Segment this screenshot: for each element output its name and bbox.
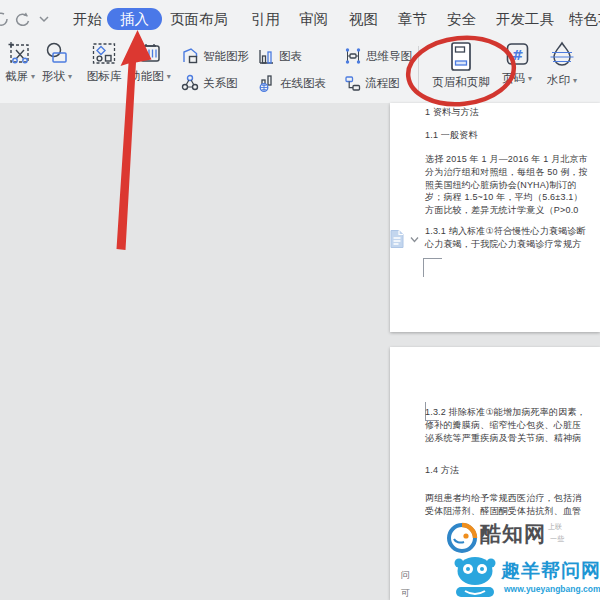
function-diagram-label: 功能图 [129,70,164,82]
watermark-button[interactable]: 水印 ▾ [542,41,582,88]
doc-text-line: 选择 2015 年 1 月—2016 年 1 月北京市 [425,153,588,166]
tab-security[interactable]: 安全 [447,0,476,38]
chevron-down-icon: ▾ [68,72,72,81]
chart-icon [258,48,275,65]
page-number-button[interactable]: # 页码 ▾ [500,41,534,86]
tab-page-layout[interactable]: 页面布局 [170,0,228,38]
tab-developer[interactable]: 开发工具 [496,0,554,38]
redo-icon[interactable] [13,0,31,38]
clipped-doc-char: 问 [401,569,410,582]
doc-text-line: 方面比较，差异无统计学意义（P>0.0 [425,204,579,217]
doc-heading: 1.4 方法 [425,464,459,477]
online-chart-button[interactable]: 在线图表 [258,72,326,94]
doc-heading: 1.1 一般资料 [425,129,478,142]
yueyangbang-url: www.yueyangbang.com [504,584,600,594]
chevron-down-icon: ▾ [167,72,171,81]
header-footer-icon [446,41,476,74]
screenshot-button[interactable]: 截屏 ▾ [0,41,40,84]
yueyangbang-logo-icon [451,552,499,599]
document-canvas[interactable]: 1 资料与方法 1.1 一般资料 选择 2015 年 1 月—2016 年 1 … [0,103,600,600]
icon-library-icon [91,41,117,68]
doc-text-line: 两组患者均给予常规西医治疗，包括消 [425,492,581,505]
kuzhi-slogan-line2: 一些 [550,534,564,544]
online-chart-icon [258,74,276,92]
smart-graphics-button[interactable]: 智能图形 [181,45,249,67]
tab-section[interactable]: 章节 [398,0,427,38]
relationship-label: 关系图 [203,76,238,91]
tab-home[interactable]: 开始 [73,0,102,38]
kuzhi-logo-icon [445,521,479,555]
menu-bar: 开始 插入 页面布局 引用 审阅 视图 章节 安全 开发工具 特色功能 [0,0,600,38]
mind-map-icon [344,47,362,65]
undo-icon[interactable] [0,0,8,38]
tab-references[interactable]: 引用 [251,0,280,38]
tab-features[interactable]: 特色功能 [569,0,600,38]
tab-view[interactable]: 视图 [349,0,378,38]
kuzhi-watermark-text: 酷知网 [480,520,546,548]
document-page-2[interactable]: 1.3.2 排除标准①能增加病死率的因素， 修补的瓣膜病、缩窄性心包炎、心脏压 … [390,347,600,600]
tab-insert[interactable]: 插入 [107,8,162,30]
header-footer-button[interactable]: 页眉和页脚 [424,41,498,90]
flowchart-icon [344,75,361,92]
doc-text-line: 分为治疗组和对照组，每组各 50 例，按 [425,166,588,179]
paste-options-widget[interactable] [388,229,419,249]
page-number-icon: # [504,41,531,70]
screenshot-icon [7,41,33,68]
mind-map-button[interactable]: 思维导图 [344,45,412,67]
ribbon-separator [418,46,419,96]
doc-text-line: 修补的瓣膜病、缩窄性心包炎、心脏压 [425,419,581,432]
kuzhi-slogan-line1: 上联 [548,522,562,532]
doc-text-line: 受体阻滞剂、醛固酮受体拮抗剂、血管 [425,505,581,518]
chevron-down-icon: ▾ [573,76,577,85]
doc-text-line: 岁；病程 1.5~10 年，平均（5.6±3.1） [425,191,583,204]
flowchart-button[interactable]: 流程图 [344,72,400,94]
document-page-1[interactable]: 1 资料与方法 1.1 一般资料 选择 2015 年 1 月—2016 年 1 … [390,103,600,332]
flowchart-label: 流程图 [365,76,400,91]
header-footer-label: 页眉和页脚 [432,76,490,88]
mind-map-label: 思维导图 [366,49,412,64]
watermark-icon [548,41,576,72]
watermark-label: 水印 [547,74,570,86]
doc-text-line: 泌系统等严重疾病及骨关节病、精神病 [425,432,581,445]
function-diagram-icon [136,41,164,68]
text-boundary-corner-mark [423,258,442,277]
shapes-label: 形状 [42,70,65,82]
ribbon-toolbar: 截屏 ▾ 形状 ▾ 图标库 [0,38,600,104]
chevron-down-icon: ▾ [528,74,532,83]
chevron-down-icon: ▾ [31,72,35,81]
relationship-icon [181,74,199,92]
screenshot-label: 截屏 [5,70,28,82]
clipped-doc-char: 可 [401,587,410,600]
chart-button[interactable]: 图表 [258,45,302,67]
smart-graphics-label: 智能图形 [203,49,249,64]
doc-text-line: 1.3.2 排除标准①能增加病死率的因素， [425,406,586,419]
customize-toolbar-chevron-icon[interactable] [38,0,50,38]
doc-text-line: 1.3.1 纳入标准①符合慢性心力衰竭诊断 [425,225,586,238]
function-diagram-button[interactable]: 功能图 ▾ [126,41,174,84]
relationship-button[interactable]: 关系图 [181,72,238,94]
page-number-label: 页码 [502,72,525,84]
doc-text-line: 照美国纽约心脏病协会(NYHA)制订的 [425,179,577,192]
tab-review[interactable]: 审阅 [299,0,328,38]
icon-library-label: 图标库 [87,70,122,82]
chart-label: 图表 [279,49,302,64]
document-widget-icon [388,229,406,249]
doc-text-line: 心力衰竭，于我院心力衰竭诊疗常规方 [425,238,581,251]
icon-library-button[interactable]: 图标库 [82,41,126,84]
smart-graphics-icon [181,47,199,65]
wps-writer-window: 开始 插入 页面布局 引用 审阅 视图 章节 安全 开发工具 特色功能 截屏 ▾ [0,0,600,600]
shapes-button[interactable]: 形状 ▾ [38,41,76,84]
chevron-down-icon[interactable] [410,236,419,243]
doc-heading: 1 资料与方法 [425,106,479,119]
svg-text:#: # [511,47,523,63]
yueyangbang-watermark-text: 趣羊帮问网 [501,558,600,584]
shapes-icon [44,41,70,68]
online-chart-label: 在线图表 [280,76,326,91]
